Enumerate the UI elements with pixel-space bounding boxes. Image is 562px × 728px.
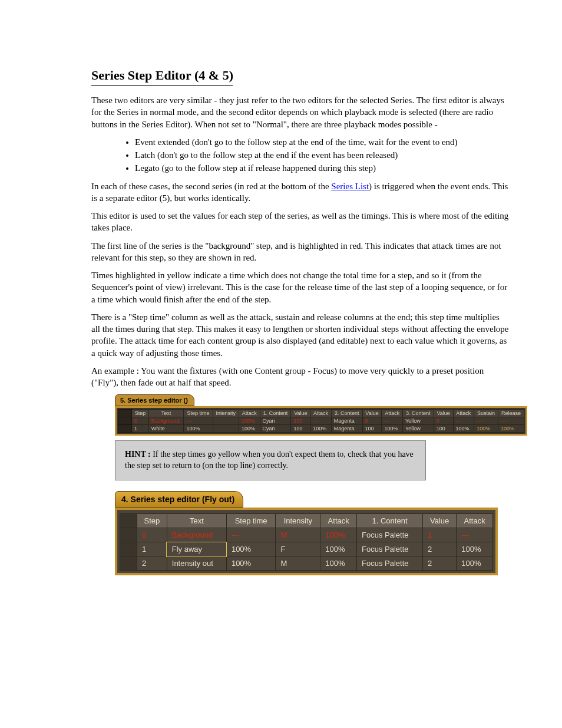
cell-content2[interactable]: Magenta	[331, 425, 362, 433]
cell-attack3[interactable]: ---	[453, 417, 474, 425]
cell-step[interactable]: 0	[132, 417, 149, 425]
table-row[interactable]: 1 Fly away 100% F 100% Focus Palette 2 1…	[120, 542, 493, 556]
col-attack2: Attack	[382, 410, 403, 417]
col-text: Text	[148, 410, 184, 417]
row-swatch[interactable]	[120, 542, 137, 556]
col-intensity: Intensity	[276, 514, 320, 528]
cell-content1[interactable]: Focus Palette	[357, 542, 423, 556]
cell-content1[interactable]: Cyan	[260, 425, 291, 433]
col-swatch	[118, 410, 132, 417]
cell-attack1[interactable]: 100%	[310, 425, 332, 433]
cell-value2[interactable]: 0	[362, 417, 382, 425]
cell-value1[interactable]: 100	[291, 417, 310, 425]
cell-text[interactable]: Background	[167, 528, 226, 542]
cell-text[interactable]: White	[148, 425, 184, 433]
cell-intensity[interactable]: M	[276, 556, 320, 571]
col-intensity: Intensity	[213, 410, 239, 417]
list-item: Event extended (don't go to the follow s…	[135, 136, 509, 148]
cell-attack2[interactable]: 100%	[382, 425, 403, 433]
cell-value1[interactable]: 2	[423, 556, 457, 571]
cell-content2[interactable]: Magenta	[331, 417, 362, 425]
cell-attack1[interactable]: 100%	[457, 556, 493, 571]
cell-sustain[interactable]: ---	[474, 417, 498, 425]
panel-tab: 5. Series step editor ()	[115, 394, 194, 406]
col-value3: Value	[434, 410, 453, 417]
hint-label: HINT :	[125, 450, 151, 459]
cell-attack[interactable]: 100%	[320, 556, 357, 571]
paragraph-example: An example : You want the fixtures (with…	[91, 365, 509, 389]
col-text: Text	[167, 514, 226, 528]
cell-value1[interactable]: 100	[291, 425, 310, 433]
heading-underline	[91, 85, 233, 86]
cell-content1[interactable]: Cyan	[260, 417, 291, 425]
cell-value3[interactable]: 0	[434, 417, 453, 425]
cell-content3[interactable]: Yellow	[402, 417, 434, 425]
col-value1: Value	[291, 410, 310, 417]
cell-attack1[interactable]: ---	[310, 417, 332, 425]
table-row[interactable]: 0 Background --- 100% Cyan 100 --- Magen…	[118, 417, 524, 425]
cell-value1[interactable]: 1	[423, 528, 457, 542]
cell-attack1[interactable]: 100%	[457, 542, 493, 556]
col-swatch	[120, 514, 137, 528]
panel-body: Step Text Step time Intensity Attack 1. …	[115, 508, 498, 575]
cell-intensity[interactable]	[213, 425, 239, 433]
series-list-link[interactable]: Series List	[331, 182, 369, 191]
cell-attack3[interactable]: 100%	[453, 425, 474, 433]
cell-attack[interactable]: 100%	[320, 528, 357, 542]
table-row[interactable]: 0 Background --- M 100% Focus Palette 1 …	[120, 528, 493, 542]
cell-content1[interactable]: Focus Palette	[357, 556, 423, 571]
screenshot-series-step-editor-5: 5. Series step editor () Step Text Step …	[115, 394, 527, 436]
cell-value2[interactable]: 100	[362, 425, 382, 433]
cell-attack[interactable]: 100%	[239, 425, 260, 433]
cell-intensity[interactable]: F	[276, 542, 320, 556]
cell-intensity[interactable]: M	[276, 528, 320, 542]
cell-step[interactable]: 2	[137, 556, 167, 571]
cell-steptime[interactable]: 100%	[226, 542, 275, 556]
paragraph-yellow-times: Times highlighted in yellow indicate a t…	[91, 269, 509, 305]
col-value2: Value	[362, 410, 382, 417]
table-row[interactable]: 1 White 100% 100% Cyan 100 100% Magenta …	[118, 425, 524, 433]
row-swatch[interactable]	[120, 556, 137, 571]
cell-attack2[interactable]: ---	[382, 417, 403, 425]
cell-value1[interactable]: 2	[423, 542, 457, 556]
cell-release[interactable]: ---	[498, 417, 524, 425]
row-swatch[interactable]	[118, 417, 132, 425]
cell-sustain[interactable]: 100%	[474, 425, 498, 433]
cell-intensity[interactable]	[213, 417, 239, 425]
cell-text[interactable]: Intensity out	[167, 556, 226, 571]
cell-text[interactable]: Fly away	[167, 542, 226, 556]
col-release: Release	[498, 410, 524, 417]
table-row[interactable]: 2 Intensity out 100% M 100% Focus Palett…	[120, 556, 493, 571]
col-steptime: Step time	[226, 514, 275, 528]
cell-steptime[interactable]: ---	[226, 528, 275, 542]
list-item: Legato (go to the follow step at if rele…	[135, 162, 509, 174]
series-step-table-5: Step Text Step time Intensity Attack 1. …	[118, 409, 524, 433]
cell-step[interactable]: 1	[137, 542, 167, 556]
cell-step[interactable]: 1	[132, 425, 149, 433]
cell-steptime[interactable]: 100%	[184, 425, 213, 433]
cell-value3[interactable]: 100	[434, 425, 453, 433]
cell-attack1[interactable]: ---	[457, 528, 493, 542]
cell-attack[interactable]: 100%	[320, 542, 357, 556]
cell-attack[interactable]: 100%	[239, 417, 260, 425]
col-step: Step	[137, 514, 167, 528]
col-attack3: Attack	[453, 410, 474, 417]
col-attack: Attack	[239, 410, 260, 417]
cell-step[interactable]: 0	[137, 528, 167, 542]
col-content1: 1. Content	[357, 514, 423, 528]
row-swatch[interactable]	[118, 425, 132, 433]
cell-text[interactable]: Background	[148, 417, 184, 425]
cell-steptime[interactable]: 100%	[226, 556, 275, 571]
screenshot-series-step-editor-4: 4. Series step editor (Fly out) Step Tex…	[115, 491, 498, 575]
playback-mode-list: Event extended (don't go to the follow s…	[91, 136, 509, 174]
cell-content1[interactable]: Focus Palette	[357, 528, 423, 542]
section-heading: Series Step Editor (4 & 5)	[91, 68, 509, 83]
cell-content3[interactable]: Yellow	[402, 425, 434, 433]
cell-release[interactable]: 100%	[498, 425, 524, 433]
series-step-table-4: Step Text Step time Intensity Attack 1. …	[120, 513, 493, 571]
cell-steptime[interactable]: ---	[184, 417, 213, 425]
col-attack: Attack	[320, 514, 357, 528]
row-swatch[interactable]	[120, 528, 137, 542]
table-header-row: Step Text Step time Intensity Attack 1. …	[118, 410, 524, 417]
col-content1: 1. Content	[260, 410, 291, 417]
